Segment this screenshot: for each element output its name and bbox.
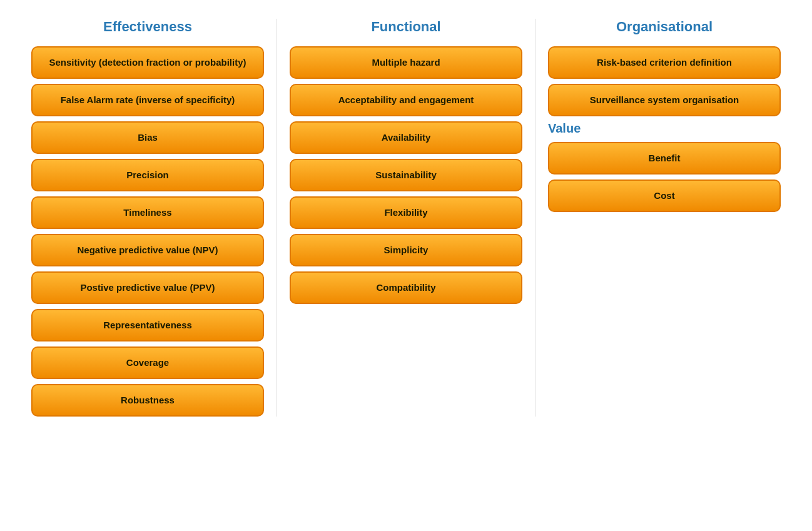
column-header-functional: Functional bbox=[290, 19, 522, 35]
item-btn-organisational-1-0[interactable]: Benefit bbox=[548, 142, 781, 174]
item-btn-functional-0-4[interactable]: Flexibility bbox=[290, 196, 522, 229]
item-btn-functional-0-6[interactable]: Compatibility bbox=[290, 271, 522, 304]
item-btn-effectiveness-0-5[interactable]: Negative predictive value (NPV) bbox=[31, 234, 264, 266]
item-btn-effectiveness-0-8[interactable]: Coverage bbox=[31, 346, 264, 379]
column-header-organisational: Organisational bbox=[548, 19, 781, 35]
items-list-organisational-1: BenefitCost bbox=[548, 142, 781, 212]
item-btn-functional-0-3[interactable]: Sustainability bbox=[290, 159, 522, 191]
item-btn-effectiveness-0-1[interactable]: False Alarm rate (inverse of specificity… bbox=[31, 84, 264, 116]
item-btn-effectiveness-0-2[interactable]: Bias bbox=[31, 121, 264, 154]
section-label-organisational-1: Value bbox=[548, 121, 781, 136]
column-header-effectiveness: Effectiveness bbox=[31, 19, 264, 35]
item-btn-effectiveness-0-9[interactable]: Robustness bbox=[31, 384, 264, 417]
item-btn-effectiveness-0-6[interactable]: Postive predictive value (PPV) bbox=[31, 271, 264, 304]
item-btn-effectiveness-0-7[interactable]: Representativeness bbox=[31, 309, 264, 341]
column-functional: FunctionalMultiple hazardAcceptability a… bbox=[277, 19, 535, 417]
item-btn-functional-0-2[interactable]: Availability bbox=[290, 121, 522, 154]
item-btn-functional-0-1[interactable]: Acceptability and engagement bbox=[290, 84, 522, 116]
item-btn-effectiveness-0-0[interactable]: Sensitivity (detection fraction or proba… bbox=[31, 46, 264, 79]
column-effectiveness: EffectivenessSensitivity (detection frac… bbox=[19, 19, 277, 417]
column-organisational: OrganisationalRisk-based criterion defin… bbox=[535, 19, 793, 417]
item-btn-organisational-1-1[interactable]: Cost bbox=[548, 180, 781, 212]
item-btn-organisational-0-1[interactable]: Surveillance system organisation bbox=[548, 84, 781, 116]
item-btn-effectiveness-0-3[interactable]: Precision bbox=[31, 159, 264, 191]
main-container: EffectivenessSensitivity (detection frac… bbox=[19, 13, 793, 417]
items-list-functional-0: Multiple hazardAcceptability and engagem… bbox=[290, 46, 522, 304]
items-list-effectiveness-0: Sensitivity (detection fraction or proba… bbox=[31, 46, 264, 417]
item-btn-functional-0-5[interactable]: Simplicity bbox=[290, 234, 522, 266]
item-btn-organisational-0-0[interactable]: Risk-based criterion definition bbox=[548, 46, 781, 79]
items-list-organisational-0: Risk-based criterion definitionSurveilla… bbox=[548, 46, 781, 116]
item-btn-effectiveness-0-4[interactable]: Timeliness bbox=[31, 196, 264, 229]
item-btn-functional-0-0[interactable]: Multiple hazard bbox=[290, 46, 522, 79]
